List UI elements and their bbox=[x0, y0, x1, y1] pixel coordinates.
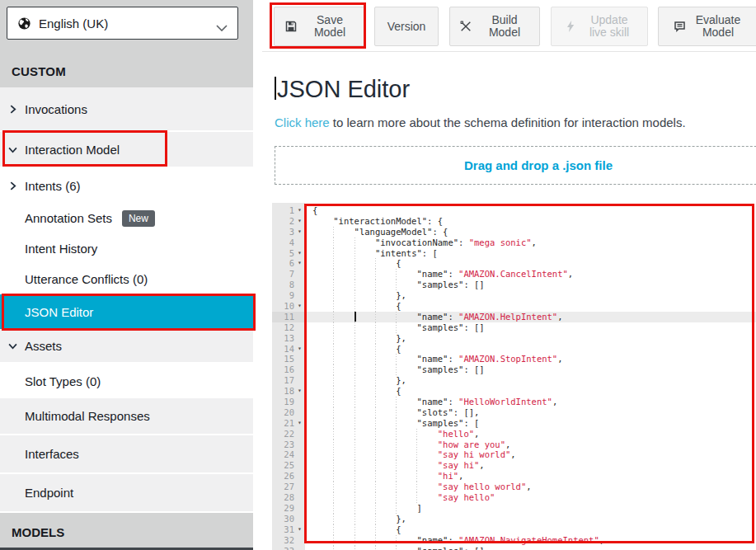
gutter-line-32[interactable]: 32 bbox=[272, 535, 305, 546]
gutter-line-3[interactable]: 3▾ bbox=[272, 227, 305, 237]
sidebar-item-intents-6[interactable]: Intents (6) bbox=[0, 168, 253, 203]
sidebar-item-annotation-sets[interactable]: Annotation SetsNew bbox=[0, 203, 253, 233]
sidebar-item-multimodal-responses[interactable]: Multimodal Responses bbox=[0, 398, 253, 435]
gutter-line-14[interactable]: 14▾ bbox=[272, 344, 305, 355]
fold-arrow-icon[interactable]: ▾ bbox=[294, 258, 305, 269]
code-line-28[interactable]: "say hello" bbox=[305, 492, 756, 503]
custom-section-header: CUSTOM bbox=[12, 64, 66, 78]
gutter-line-24[interactable]: 24 bbox=[272, 449, 305, 460]
gutter-line-33[interactable]: 33 bbox=[272, 546, 305, 550]
fold-arrow-icon[interactable]: ▾ bbox=[294, 524, 305, 535]
fold-arrow-icon[interactable]: ▾ bbox=[294, 248, 305, 259]
save-model-button[interactable]: Save Model bbox=[274, 7, 366, 46]
code-line-21[interactable]: "samples": [ bbox=[305, 418, 756, 429]
gutter-line-30[interactable]: 30 bbox=[272, 514, 305, 524]
fold-arrow-icon[interactable]: ▾ bbox=[294, 386, 305, 397]
gutter-line-26[interactable]: 26 bbox=[272, 471, 305, 482]
fold-arrow-icon[interactable]: ▾ bbox=[294, 344, 305, 355]
code-line-11[interactable]: "name": "AMAZON.HelpIntent", bbox=[305, 312, 756, 322]
gutter-line-6[interactable]: 6▾ bbox=[272, 258, 305, 269]
language-selector[interactable]: English (UK) bbox=[7, 7, 238, 40]
code-line-29[interactable]: ] bbox=[305, 503, 756, 514]
sidebar-item-json-editor[interactable]: JSON Editor bbox=[0, 294, 253, 329]
code-line-4[interactable]: "invocationName": "mega sonic", bbox=[305, 237, 756, 248]
json-dropzone[interactable]: Drag and drop a .json file bbox=[275, 146, 756, 185]
editor-code-area[interactable]: { "interactionModel": { "languageModel":… bbox=[305, 203, 756, 550]
gutter-line-31[interactable]: 31▾ bbox=[272, 524, 305, 535]
fold-arrow-icon[interactable]: ▾ bbox=[294, 227, 305, 237]
gutter-line-2[interactable]: 2▾ bbox=[272, 216, 305, 227]
gutter-line-29[interactable]: 29 bbox=[272, 503, 305, 514]
sidebar-item-utterance-conflicts-0[interactable]: Utterance Conflicts (0) bbox=[0, 264, 253, 294]
code-line-1[interactable]: { bbox=[305, 205, 756, 216]
code-line-27[interactable]: "say hello world", bbox=[305, 482, 756, 492]
gutter-line-21[interactable]: 21▾ bbox=[272, 418, 305, 429]
code-line-23[interactable]: "how are you", bbox=[305, 440, 756, 450]
code-line-32[interactable]: "name": "AMAZON.NavigateHomeIntent", bbox=[305, 535, 756, 546]
evaluate-model-button[interactable]: Evaluate Model bbox=[658, 7, 756, 46]
code-line-8[interactable]: "samples": [] bbox=[305, 280, 756, 290]
code-line-31[interactable]: { bbox=[305, 524, 756, 535]
code-line-25[interactable]: "say hi", bbox=[305, 460, 756, 471]
code-line-30[interactable]: }, bbox=[305, 514, 756, 524]
gutter-line-18[interactable]: 18▾ bbox=[272, 386, 305, 397]
code-line-17[interactable]: }, bbox=[305, 375, 756, 386]
sidebar-item-interaction-model[interactable]: Interaction Model bbox=[0, 132, 253, 168]
code-line-33[interactable]: "samples": [] bbox=[305, 546, 756, 550]
click-here-link[interactable]: Click here bbox=[275, 115, 330, 129]
code-line-15[interactable]: "name": "AMAZON.StopIntent", bbox=[305, 354, 756, 364]
sidebar-item-invocations[interactable]: Invocations bbox=[0, 87, 253, 132]
gutter-line-10[interactable]: 10▾ bbox=[272, 301, 305, 312]
code-line-16[interactable]: "samples": [] bbox=[305, 364, 756, 375]
code-line-18[interactable]: { bbox=[305, 386, 756, 397]
gutter-line-8[interactable]: 8 bbox=[272, 280, 305, 290]
code-line-12[interactable]: "samples": [] bbox=[305, 322, 756, 333]
gutter-line-13[interactable]: 13 bbox=[272, 333, 305, 344]
code-line-9[interactable]: }, bbox=[305, 290, 756, 301]
gutter-line-20[interactable]: 20 bbox=[272, 407, 305, 418]
code-line-26[interactable]: "hi", bbox=[305, 471, 756, 482]
code-line-13[interactable]: }, bbox=[305, 333, 756, 344]
gutter-line-27[interactable]: 27 bbox=[272, 482, 305, 492]
gutter-line-22[interactable]: 22 bbox=[272, 429, 305, 440]
code-line-5[interactable]: "intents": [ bbox=[305, 248, 756, 259]
sidebar-item-intent-history[interactable]: Intent History bbox=[0, 233, 253, 264]
sidebar-item-assets[interactable]: Assets bbox=[0, 329, 253, 364]
sidebar-item-endpoint[interactable]: Endpoint bbox=[0, 474, 253, 513]
fold-arrow-icon[interactable]: ▾ bbox=[294, 205, 305, 216]
code-line-10[interactable]: { bbox=[305, 301, 756, 312]
gutter-line-11[interactable]: 11 bbox=[272, 312, 305, 322]
gutter-line-15[interactable]: 15 bbox=[272, 354, 305, 364]
gutter-line-19[interactable]: 19 bbox=[272, 397, 305, 407]
code-line-19[interactable]: "name": "HelloWorldIntent", bbox=[305, 397, 756, 407]
gutter-line-9[interactable]: 9 bbox=[272, 290, 305, 301]
sidebar-item-interfaces[interactable]: Interfaces bbox=[0, 435, 253, 474]
gutter-line-12[interactable]: 12 bbox=[272, 322, 305, 333]
gutter-line-28[interactable]: 28 bbox=[272, 492, 305, 503]
gutter-line-4[interactable]: 4 bbox=[272, 237, 305, 248]
code-line-22[interactable]: "hello", bbox=[305, 429, 756, 440]
gutter-line-5[interactable]: 5▾ bbox=[272, 248, 305, 259]
code-line-3[interactable]: "languageModel": { bbox=[305, 227, 756, 237]
fold-arrow-icon[interactable]: ▾ bbox=[294, 418, 305, 429]
gutter-line-7[interactable]: 7 bbox=[272, 269, 305, 280]
update-live-skill-button[interactable]: Update live skill bbox=[551, 7, 648, 46]
fold-arrow-icon[interactable]: ▾ bbox=[294, 216, 305, 227]
code-line-24[interactable]: "say hi world", bbox=[305, 449, 756, 460]
gutter-line-17[interactable]: 17 bbox=[272, 375, 305, 386]
gutter-line-23[interactable]: 23 bbox=[272, 440, 305, 450]
code-line-2[interactable]: "interactionModel": { bbox=[305, 216, 756, 227]
toolbar-button-label: Evaluate Model bbox=[693, 14, 744, 39]
code-line-7[interactable]: "name": "AMAZON.CancelIntent", bbox=[305, 269, 756, 280]
fold-arrow-icon[interactable]: ▾ bbox=[294, 301, 305, 312]
gutter-line-16[interactable]: 16 bbox=[272, 364, 305, 375]
gutter-line-25[interactable]: 25 bbox=[272, 460, 305, 471]
build-model-button[interactable]: Build Model bbox=[449, 7, 540, 46]
sidebar-item-slot-types-0[interactable]: Slot Types (0) bbox=[0, 364, 253, 398]
code-line-20[interactable]: "slots": [], bbox=[305, 407, 756, 418]
code-line-6[interactable]: { bbox=[305, 258, 756, 269]
code-line-14[interactable]: { bbox=[305, 344, 756, 355]
json-code-editor[interactable]: 1▾2▾3▾45▾6▾78910▾11121314▾15161718▾19202… bbox=[272, 203, 756, 550]
version-button[interactable]: Version bbox=[374, 7, 439, 46]
gutter-line-1[interactable]: 1▾ bbox=[272, 205, 305, 216]
